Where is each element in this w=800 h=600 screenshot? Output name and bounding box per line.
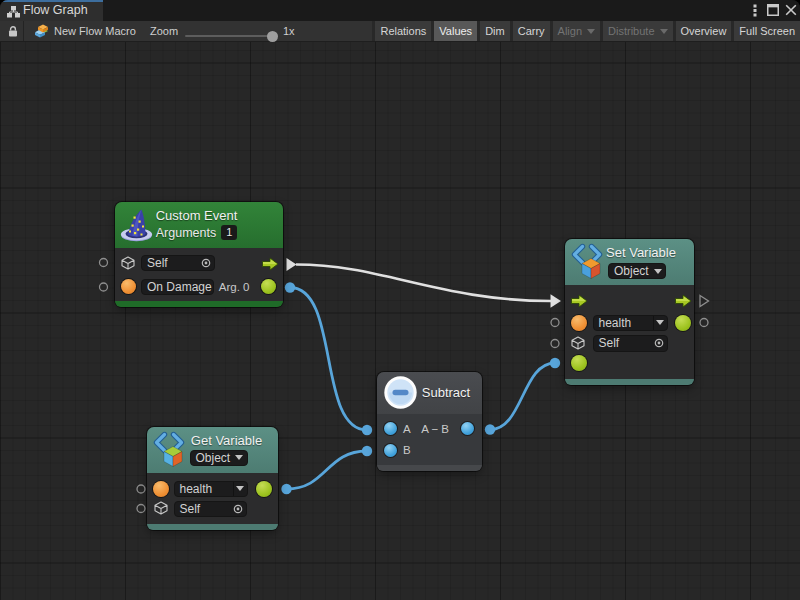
- variable-icon: [569, 243, 607, 283]
- connection-flow-custom-event-to-set-variable[interactable]: [287, 258, 562, 308]
- node-footer: [377, 465, 482, 471]
- zoom-slider-handle[interactable]: [267, 31, 278, 42]
- node-header: Set Variable Object: [565, 239, 694, 285]
- scope-value: Object: [191, 451, 231, 465]
- graph-canvas[interactable]: Custom Event Arguments 1 Self: [0, 42, 800, 600]
- port-indicator: [100, 283, 108, 291]
- flow-in-port[interactable]: [571, 294, 588, 308]
- node-header: Subtract: [377, 372, 482, 414]
- button-label: Relations: [380, 21, 426, 41]
- toolbar-button-align[interactable]: Align: [553, 21, 600, 41]
- result-port[interactable]: [461, 422, 474, 435]
- variable-scope-dropdown[interactable]: Object: [190, 450, 249, 466]
- node-header: Custom Event Arguments 1: [115, 202, 283, 248]
- flow-out-port[interactable]: [675, 294, 692, 308]
- node-body: A A − B B: [377, 414, 482, 465]
- dropdown-button[interactable]: [653, 316, 667, 330]
- value-in-port[interactable]: [571, 355, 587, 371]
- toolbar-button-dim[interactable]: Dim: [480, 21, 510, 41]
- object-type-icon: [571, 336, 585, 350]
- object-type-icon: [154, 501, 168, 515]
- variable-scope-dropdown[interactable]: Object: [608, 263, 666, 279]
- target-picker-icon[interactable]: [654, 338, 664, 348]
- port-indicator: [137, 505, 145, 513]
- node-title: Custom Event: [155, 208, 239, 223]
- node-get-variable[interactable]: Get Variable Object health Self: [147, 427, 278, 531]
- flow-graph-window: Flow Graph: [0, 0, 800, 600]
- close-icon[interactable]: [785, 4, 797, 16]
- node-title: Get Variable: [189, 433, 265, 448]
- event-name-field[interactable]: On Damage: [141, 279, 214, 295]
- tab-active-indicator: [0, 0, 103, 2]
- zoom-slider[interactable]: [185, 35, 278, 37]
- value-out-port[interactable]: [675, 315, 691, 331]
- connection-value-subtract-to-set-variable[interactable]: [485, 358, 560, 435]
- node-body: health Self: [565, 285, 694, 379]
- toolbar-button-full-screen[interactable]: Full Screen: [734, 21, 800, 41]
- variable-name-port[interactable]: [153, 481, 169, 497]
- input-a-port[interactable]: [384, 422, 397, 435]
- dropdown-arrow-icon: [660, 29, 668, 34]
- zoom-label: Zoom: [150, 25, 178, 37]
- value-out-port[interactable]: [256, 481, 272, 497]
- variable-icon: [151, 431, 189, 471]
- toolbar-button-distribute[interactable]: Distribute: [603, 21, 672, 41]
- flow-connection-start-arrow: [287, 258, 297, 271]
- toolbar-button-relations[interactable]: Relations: [375, 21, 431, 41]
- target-picker-icon[interactable]: [201, 258, 211, 268]
- flow-graph-icon: [7, 6, 20, 18]
- target-picker-icon[interactable]: [233, 504, 243, 514]
- arg-0-port[interactable]: [261, 279, 276, 294]
- dropdown-arrow-icon: [235, 455, 243, 460]
- menu-kebab-icon[interactable]: [753, 4, 757, 17]
- node-custom-event[interactable]: Custom Event Arguments 1 Self: [115, 202, 283, 307]
- variable-name-dropdown[interactable]: health: [593, 315, 668, 331]
- node-title: Subtract: [419, 385, 473, 400]
- flow-out-port[interactable]: [262, 257, 279, 271]
- tab-flow-graph[interactable]: Flow Graph: [0, 0, 103, 21]
- port-indicator: [551, 340, 559, 348]
- target-field[interactable]: Self: [141, 255, 215, 271]
- node-set-variable[interactable]: Set Variable Object health: [565, 239, 694, 385]
- input-b-label: B: [403, 444, 411, 456]
- toolbar-button-values[interactable]: Values: [434, 21, 477, 41]
- arguments-count-field[interactable]: 1: [221, 225, 237, 240]
- maximize-icon[interactable]: [767, 4, 779, 16]
- dropdown-button[interactable]: [233, 482, 247, 497]
- tab-title: Flow Graph: [23, 3, 88, 17]
- toolbar-button-overview[interactable]: Overview: [676, 21, 732, 41]
- toolbar-buttons: Relations Values Dim Carry Align Distrib…: [372, 21, 800, 41]
- toolbar-separator: [23, 21, 24, 41]
- lock-icon[interactable]: [8, 26, 18, 37]
- button-label: Full Screen: [739, 21, 795, 41]
- target-field[interactable]: Self: [593, 335, 668, 352]
- target-field[interactable]: Self: [174, 501, 248, 518]
- scope-value: Object: [609, 264, 649, 278]
- port-indicator: [551, 319, 559, 327]
- node-footer: [147, 524, 278, 530]
- node-body: Self On Damage Arg. 0: [115, 248, 283, 301]
- connection-value-get-variable-to-subtract-b[interactable]: [281, 446, 372, 494]
- new-flow-macro-label[interactable]: New Flow Macro: [54, 25, 136, 37]
- titlebar: Flow Graph: [0, 0, 800, 21]
- toolbar-button-carry[interactable]: Carry: [513, 21, 550, 41]
- connection-value-arg0-to-subtract-a[interactable]: [285, 282, 372, 435]
- variable-name-dropdown[interactable]: health: [174, 481, 248, 498]
- toolbar: New Flow Macro Zoom 1x Relations Values …: [0, 21, 800, 42]
- button-label: Values: [439, 21, 472, 41]
- input-b-port[interactable]: [384, 444, 397, 457]
- flow-connection-end-arrow: [551, 294, 562, 307]
- event-target-port[interactable]: [121, 279, 136, 294]
- dropdown-arrow-icon: [236, 486, 244, 491]
- dropdown-arrow-icon: [587, 29, 595, 34]
- button-label: Distribute: [608, 21, 654, 41]
- variable-name-port[interactable]: [571, 315, 587, 331]
- arguments-label: Arguments: [156, 226, 216, 240]
- flow-port-indicator: [700, 296, 709, 307]
- node-footer: [565, 379, 694, 385]
- event-name-value: On Damage: [142, 280, 213, 294]
- node-header: Get Variable Object: [147, 427, 278, 473]
- port-indicator: [100, 259, 108, 267]
- dropdown-arrow-icon: [656, 320, 664, 325]
- node-subtract[interactable]: Subtract A A − B B: [377, 372, 482, 471]
